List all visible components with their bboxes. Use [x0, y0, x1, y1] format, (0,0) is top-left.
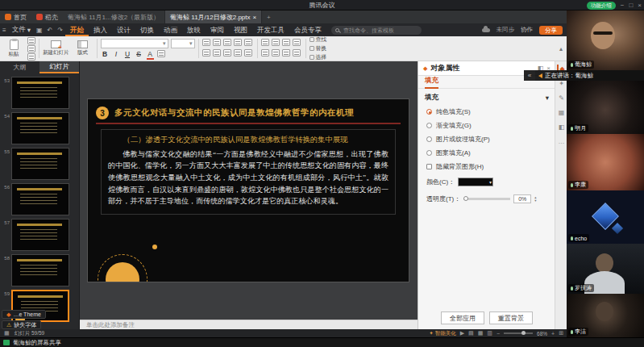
search-input[interactable] [342, 27, 416, 34]
option-hide-background[interactable]: 隐藏背景图形(H) [418, 160, 555, 174]
ribbon-tab-insert[interactable]: 插入 [89, 23, 112, 36]
text-box-icon[interactable] [261, 39, 269, 46]
ribbon-tab-view[interactable]: 视图 [229, 23, 252, 36]
format-painter-icon[interactable] [27, 53, 35, 61]
ribbon-tab-animation[interactable]: 动画 [159, 23, 182, 36]
play-button[interactable]: ▶ [460, 330, 464, 337]
tab-slides[interactable]: 幻灯片 [39, 61, 79, 73]
new-slide-button[interactable]: 新建幻灯片 [43, 40, 69, 56]
zoom-slider[interactable] [504, 332, 533, 334]
option-picture-fill[interactable]: 图片或纹理填充(P) [418, 132, 555, 146]
doc-tab-1[interactable]: 葡海鲸 11月1...修改2（最新版） [63, 10, 165, 23]
participant-video-5[interactable]: 罗技涛 [567, 244, 644, 294]
option-gradient-fill[interactable]: 渐变填充(G) [418, 119, 555, 132]
symbol-icon[interactable] [293, 49, 301, 56]
slide-thumbnail[interactable] [11, 254, 69, 286]
select-button[interactable]: 选择 [310, 53, 327, 61]
replace-button[interactable]: 替换 [310, 44, 327, 52]
zoom-out-icon[interactable]: − [497, 331, 500, 337]
feature-button[interactable]: 功能介绍 [587, 2, 616, 10]
minimize-icon[interactable]: − [621, 1, 625, 10]
participant-video-4[interactable]: echo [567, 190, 644, 244]
slide-thumbnail[interactable] [11, 148, 69, 180]
reading-view-icon[interactable]: ▥ [487, 330, 492, 337]
sorter-view-icon[interactable]: ▦ [478, 330, 484, 337]
font-family-combo[interactable]: ▾ [101, 39, 168, 48]
italic-button[interactable]: I [112, 50, 121, 59]
wps-tab-home[interactable]: 首页 [0, 10, 31, 23]
ribbon-tab-review[interactable]: 审阅 [206, 23, 229, 36]
option-pattern-fill[interactable]: 图案填充(A) [418, 146, 555, 160]
fit-screen-icon[interactable]: ⊞ [559, 330, 563, 337]
participant-video-2[interactable]: 明月 [567, 81, 644, 134]
maximize-icon[interactable]: □ [629, 1, 633, 10]
bullet-list-icon[interactable] [202, 49, 210, 56]
ribbon-collapse-icon[interactable]: ▴ [555, 45, 567, 52]
color-swatch-dropdown[interactable]: ▾ [458, 178, 493, 186]
line-spacing-icon[interactable] [223, 49, 231, 56]
slide-thumbnail[interactable] [11, 183, 69, 215]
slide[interactable]: 3 多元文化对话与交流中的民族认同是敦煌佛教哲学的内在机理 （二）渗透于文化交流… [87, 98, 409, 282]
numbered-list-icon[interactable] [213, 49, 221, 56]
table-icon[interactable] [293, 39, 301, 46]
menu-icon[interactable]: ≡ [2, 27, 6, 34]
save-icon[interactable]: ▣ [36, 27, 43, 34]
edit-strip-icon[interactable]: ✎ [557, 94, 566, 102]
tab-outline[interactable]: 大纲 [0, 61, 39, 73]
align-right-icon[interactable] [223, 39, 231, 46]
tab-close-icon[interactable]: × [253, 14, 257, 21]
layout-button[interactable]: 版式 [73, 40, 93, 56]
slide-thumbnail[interactable] [11, 112, 69, 144]
picture-icon[interactable] [272, 39, 280, 46]
copy-icon[interactable] [27, 45, 35, 52]
transparency-slider[interactable] [463, 198, 510, 200]
quick-style-icon[interactable] [282, 49, 290, 56]
layout-strip-icon[interactable]: ▦ [557, 108, 566, 117]
transparency-slider-knob[interactable] [463, 196, 468, 201]
chart-icon[interactable] [261, 49, 269, 56]
wps-tab-docer[interactable]: 稻壳 [31, 10, 63, 23]
justify-icon[interactable] [234, 39, 242, 46]
find-button[interactable]: 查找 [310, 36, 327, 44]
paste-button[interactable]: 粘贴 [3, 40, 24, 58]
file-menu-button[interactable]: 文件 ▾ [9, 25, 34, 35]
reset-background-button[interactable]: 重置背景 [489, 311, 533, 324]
shape-icon[interactable] [282, 39, 290, 46]
fill-section-header[interactable]: 填充 ▾ [418, 89, 555, 105]
missing-font-toast[interactable]: ⚠ 缺失字体 [2, 320, 41, 329]
participant-video-6[interactable]: 李洁 [567, 294, 644, 337]
slide-text-box[interactable]: （二）渗透于文化交流中的民族认同是敦煌佛教哲学转换的集中展现 佛教与儒家文化交融… [101, 129, 396, 215]
option-solid-fill[interactable]: 纯色填充(S) [418, 105, 555, 119]
ribbon-tab-member[interactable]: 会员专享 [289, 23, 326, 36]
ribbon-tab-design[interactable]: 设计 [112, 23, 135, 36]
underline-button[interactable]: U [123, 50, 132, 59]
resource-strip-icon[interactable]: ◧ [557, 123, 566, 132]
command-search[interactable] [331, 26, 422, 35]
more-strip-icon[interactable]: … [557, 137, 566, 146]
ribbon-tab-developer[interactable]: 开发工具 [252, 23, 289, 36]
arrange-icon[interactable] [272, 49, 280, 56]
collapse-panel-button[interactable]: « [524, 70, 535, 81]
highlight-icon[interactable] [157, 50, 165, 57]
columns-icon[interactable] [244, 39, 252, 46]
font-color-button[interactable]: A [146, 50, 155, 59]
slide-canvas-area[interactable]: 3 多元文化对话与交流中的民族认同是敦煌佛教哲学的内在机理 （二）渗透于文化交流… [80, 61, 418, 320]
share-button[interactable]: 分享 [539, 26, 563, 35]
zoom-in-icon[interactable]: + [551, 331, 555, 337]
bold-button[interactable]: B [101, 50, 110, 59]
normal-view-icon[interactable]: ▤ [468, 330, 474, 337]
ribbon-tab-transition[interactable]: 切换 [135, 23, 159, 36]
close-icon[interactable]: × [638, 1, 642, 10]
slide-thumbnail[interactable] [11, 219, 69, 251]
text-direction-icon[interactable] [244, 49, 252, 56]
indent-icon[interactable] [234, 49, 242, 56]
beautify-button[interactable]: ✦ 智能美化 [429, 330, 455, 337]
slide-title[interactable]: 多元文化对话与交流中的民族认同是敦煌佛教哲学的内在机理 [114, 107, 354, 119]
slide-thumbnail[interactable] [11, 77, 69, 109]
participant-video-1[interactable]: 葡海鲸 [567, 10, 644, 70]
strikethrough-button[interactable]: S [135, 50, 143, 59]
participant-video-3[interactable]: 李康 [567, 134, 644, 190]
new-doc-tab-button[interactable]: + [262, 10, 275, 23]
ribbon-tab-slideshow[interactable]: 放映 [182, 23, 206, 36]
align-center-icon[interactable] [213, 39, 221, 46]
